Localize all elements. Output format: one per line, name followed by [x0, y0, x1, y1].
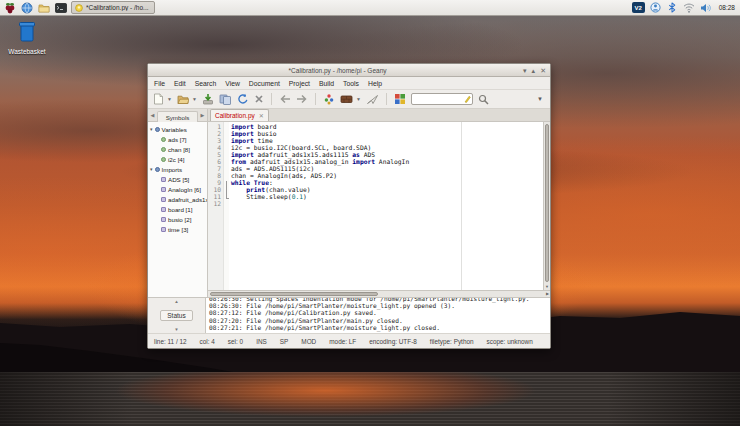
- forward-button[interactable]: [296, 92, 308, 107]
- open-file-dropdown[interactable]: ▼: [192, 96, 197, 102]
- status-message: 08:26:30: File /home/pi/SmartPlanter/moi…: [209, 302, 550, 309]
- symbol-item[interactable]: busio [2]: [150, 214, 207, 224]
- tabs-scroll-up[interactable]: ▲: [174, 299, 178, 304]
- statusbar-item: line: 11 / 12: [154, 338, 187, 345]
- tab-close-icon[interactable]: ✕: [259, 112, 264, 119]
- run-button[interactable]: [366, 92, 379, 107]
- menu-help[interactable]: Help: [368, 80, 382, 87]
- code-line-9[interactable]: while True:: [231, 179, 543, 186]
- window-titlebar[interactable]: *Calibration.py - /home/pi - Geany ▾ ▴ ✕: [148, 64, 550, 77]
- menu-build[interactable]: Build: [319, 80, 334, 87]
- hscroll-right-arrow[interactable]: ▶: [546, 291, 549, 297]
- menu-document[interactable]: Document: [249, 80, 280, 87]
- color-chooser-button[interactable]: [394, 92, 406, 107]
- line-number-gutter: 123456789101112: [208, 122, 224, 290]
- bluetooth-icon[interactable]: [666, 1, 679, 14]
- toolbar-separator: [386, 93, 387, 105]
- vnc-icon[interactable]: V2: [632, 2, 645, 13]
- statusbar-item: filetype: Python: [430, 338, 474, 345]
- code-line-3[interactable]: import time: [231, 137, 543, 144]
- editor-horizontal-scrollbar[interactable]: ▶: [208, 290, 550, 297]
- terminal-icon[interactable]: [54, 1, 67, 14]
- status-message-list[interactable]: 08:26:30: Setting Spaces indentation mod…: [206, 298, 550, 333]
- updates-icon[interactable]: [649, 1, 662, 14]
- code-lines: import boardimport busioimport timei2c =…: [231, 123, 543, 207]
- vscroll-thumb[interactable]: [545, 124, 549, 282]
- editor-vertical-scrollbar[interactable]: ▼: [543, 122, 550, 290]
- toolbar-overflow-button[interactable]: ▼: [537, 96, 545, 102]
- menu-project[interactable]: Project: [289, 80, 310, 87]
- tree-group-variables[interactable]: ▾Variables: [150, 124, 207, 134]
- menu-tools[interactable]: Tools: [343, 80, 359, 87]
- web-browser-icon[interactable]: [20, 1, 33, 14]
- file-manager-icon[interactable]: [37, 1, 50, 14]
- menu-search[interactable]: Search: [195, 80, 217, 87]
- tab-status[interactable]: Status: [160, 310, 192, 321]
- code-text-area[interactable]: import boardimport busioimport timei2c =…: [229, 122, 543, 290]
- symbol-item[interactable]: ADS [5]: [150, 174, 207, 184]
- clock[interactable]: 08:28: [719, 4, 735, 11]
- code-line-7[interactable]: ads = ADS.ADS1115(i2c): [231, 165, 543, 172]
- system-tray: V2 08:28: [632, 1, 737, 14]
- back-button[interactable]: [279, 92, 291, 107]
- code-editor[interactable]: 123456789101112 import boardimport busio…: [208, 122, 550, 290]
- raspberry-menu-icon[interactable]: [3, 1, 16, 14]
- symbol-item[interactable]: chan [8]: [150, 144, 207, 154]
- code-line-11[interactable]: Stime.sleep(0.1): [231, 193, 543, 200]
- wifi-icon[interactable]: [683, 1, 696, 14]
- build-button[interactable]: [340, 92, 353, 107]
- maximize-button[interactable]: ▴: [532, 65, 536, 76]
- code-line-6[interactable]: from adafruit_ads1x15.analog_in import A…: [231, 158, 543, 165]
- symbol-item[interactable]: adafruit_ads1x1: [150, 194, 207, 204]
- tree-group-imports[interactable]: ▾Imports: [150, 164, 207, 174]
- tab-symbols[interactable]: Symbols: [157, 111, 198, 122]
- symbol-item[interactable]: ads [7]: [150, 134, 207, 144]
- taskbar-window-button[interactable]: *Calibration.py - /ho...: [71, 1, 155, 14]
- code-line-8[interactable]: chan = AnalogIn(ads, ADS.P2): [231, 172, 543, 179]
- taskbar: *Calibration.py - /ho... V2: [0, 0, 740, 16]
- wastebasket-icon: [17, 21, 37, 43]
- symbol-item[interactable]: AnalogIn [6]: [150, 184, 207, 194]
- code-line-1[interactable]: import board: [231, 123, 543, 130]
- open-file-button[interactable]: [177, 92, 189, 107]
- tab-calibration-py[interactable]: Calibration.py ✕: [210, 109, 269, 121]
- save-all-button[interactable]: [219, 92, 232, 107]
- toolbar-separator: [271, 93, 272, 105]
- code-line-12[interactable]: [231, 200, 543, 207]
- wastebasket-desktop-icon[interactable]: Wastebasket: [4, 21, 50, 55]
- save-button[interactable]: [202, 92, 214, 107]
- status-bar: line: 11 / 12col: 4sel: 0INSSPMODmode: L…: [148, 333, 550, 348]
- wastebasket-label: Wastebasket: [4, 48, 50, 55]
- symbol-item[interactable]: i2c [4]: [150, 154, 207, 164]
- symbol-item[interactable]: board [1]: [150, 204, 207, 214]
- statusbar-item: scope: unknown: [487, 338, 533, 345]
- tabs-scroll-down[interactable]: ▼: [174, 327, 178, 332]
- new-file-dropdown[interactable]: ▼: [167, 96, 172, 102]
- minimize-button[interactable]: ▾: [523, 65, 527, 76]
- hscroll-thumb[interactable]: [210, 292, 378, 296]
- statusbar-item: MOD: [301, 338, 316, 345]
- revert-button[interactable]: [237, 92, 249, 107]
- long-line-marker: [461, 122, 462, 290]
- toolbar-separator: [315, 93, 316, 105]
- menu-edit[interactable]: Edit: [174, 80, 186, 87]
- sidebar-tab-scroll-right[interactable]: ▶: [198, 112, 207, 118]
- vscroll-down-arrow[interactable]: ▼: [544, 284, 550, 289]
- geany-app-icon: [75, 4, 83, 12]
- build-dropdown[interactable]: ▼: [356, 96, 361, 102]
- volume-icon[interactable]: [700, 1, 713, 14]
- code-line-10[interactable]: print(chan.value): [231, 186, 543, 193]
- menu-file[interactable]: File: [154, 80, 165, 87]
- symbol-item[interactable]: time [3]: [150, 224, 207, 234]
- close-button[interactable]: ✕: [540, 65, 546, 76]
- message-window: ▲ Status ▼ 08:26:30: Setting Spaces inde…: [148, 297, 550, 333]
- code-line-5[interactable]: import adafruit_ads1x15.ads1115 as ADS: [231, 151, 543, 158]
- menu-view[interactable]: View: [225, 80, 240, 87]
- compile-button[interactable]: [323, 92, 335, 107]
- code-line-2[interactable]: import busio: [231, 130, 543, 137]
- new-file-button[interactable]: [153, 92, 164, 107]
- code-line-4[interactable]: i2c = busio.I2C(board.SCL, board.SDA): [231, 144, 543, 151]
- close-document-button[interactable]: [254, 92, 264, 107]
- sidebar-tab-scroll-left[interactable]: ◀: [148, 112, 157, 118]
- find-button[interactable]: [478, 92, 489, 107]
